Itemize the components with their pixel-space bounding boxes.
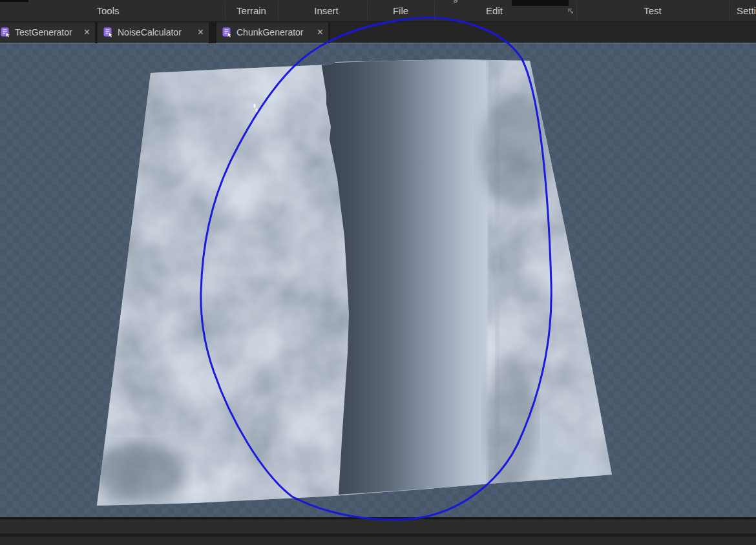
terrain-heightmap-plane — [0, 43, 756, 517]
tab-noisecalculator[interactable]: NoiseCalculator × — [98, 23, 209, 42]
tab-chunkgenerator[interactable]: ChunkGenerator × — [216, 23, 328, 42]
viewport-3d[interactable] — [0, 43, 756, 517]
studio-window: { "menubar": { "items": [ {"label": "Too… — [0, 0, 756, 545]
menu-item-file[interactable]: File — [362, 0, 439, 21]
clipped-ui-remnant — [512, 0, 569, 6]
menu-item-settings[interactable]: Settings — [714, 0, 756, 21]
menu-separator — [278, 1, 278, 20]
script-tab-bar: TestGenerator × NoiseCalculator × ChunkG… — [0, 21, 756, 43]
terrain-shadow — [94, 443, 184, 501]
terrain-shadow — [486, 353, 535, 495]
menu-separator — [367, 1, 368, 20]
bottom-status-bar — [0, 537, 756, 545]
terrain-shadow — [481, 94, 552, 211]
menu-item-terrain[interactable]: Terrain — [213, 0, 290, 21]
script-icon — [222, 27, 232, 37]
menu-separator — [576, 1, 577, 20]
menu-separator — [434, 1, 435, 20]
menu-bar: Tools Terrain Insert File Edit Test Sett… — [0, 0, 756, 21]
script-icon — [103, 27, 113, 37]
menu-item-tools[interactable]: Tools — [69, 0, 147, 21]
tab-label: NoiseCalculator — [118, 27, 182, 37]
tab-separator — [209, 22, 216, 43]
tab-label: TestGenerator — [15, 27, 72, 37]
menu-item-insert[interactable]: Insert — [288, 0, 365, 21]
tab-close-button[interactable]: × — [193, 27, 204, 37]
tab-close-button[interactable]: × — [79, 27, 90, 37]
tab-label: ChunkGenerator — [236, 27, 304, 37]
clipped-text-descender: g — [453, 0, 458, 2]
clipped-ui-remnant — [0, 0, 28, 2]
menu-item-test[interactable]: Test — [614, 0, 691, 21]
menu-separator — [225, 1, 226, 20]
dialog-launcher-icon[interactable] — [567, 8, 574, 14]
script-icon — [0, 27, 10, 37]
menu-separator — [729, 1, 730, 20]
tab-close-button[interactable]: × — [312, 27, 323, 37]
bottom-panel-bar — [0, 519, 756, 533]
tab-testgenerator[interactable]: TestGenerator × — [0, 23, 95, 42]
tab-separator — [328, 22, 330, 43]
